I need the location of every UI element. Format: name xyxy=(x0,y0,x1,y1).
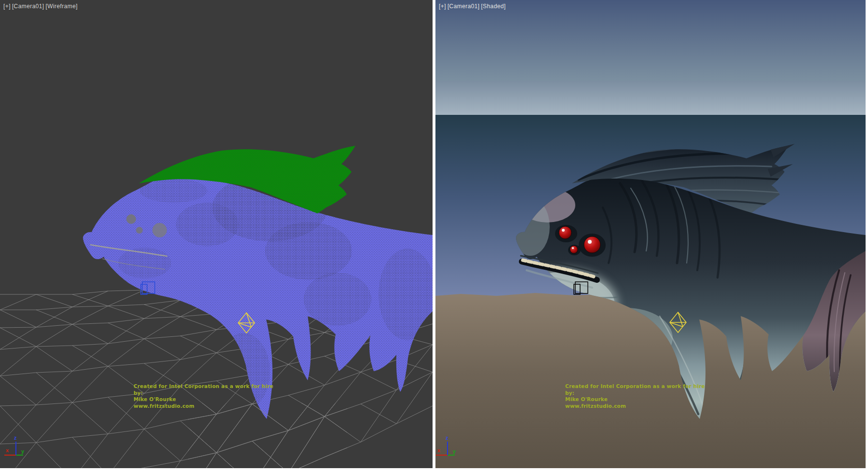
viewport-menu-shading[interactable]: [Shaded] xyxy=(481,3,506,10)
watermark-line1: Created for Intel Corporation as a work … xyxy=(134,383,278,396)
watermark-line2: Mike O'Rourke xyxy=(134,396,278,403)
viewport-menu-camera[interactable]: [Camera01] xyxy=(448,3,480,10)
viewport-menu-general[interactable]: [+] xyxy=(3,3,11,10)
watermark-line3: www.fritzstudio.com xyxy=(565,403,710,410)
watermark-line2: Mike O'Rourke xyxy=(565,396,710,403)
watermark-line1: Created for Intel Corporation as a work … xyxy=(565,383,710,396)
viewport-menu-camera[interactable]: [Camera01] xyxy=(12,3,44,10)
viewport-label-wireframe: [+][Camera01][Wireframe] xyxy=(3,3,79,10)
screenshot-root: x y z xyxy=(0,0,868,472)
watermark-text-wireframe: Created for Intel Corporation as a work … xyxy=(134,383,278,409)
watermark-text-shaded: Created for Intel Corporation as a work … xyxy=(565,383,710,409)
viewport-menu-shading[interactable]: [Wireframe] xyxy=(46,3,78,10)
viewport-label-shaded: [+][Camera01][Shaded] xyxy=(439,3,507,10)
viewport-menu-general[interactable]: [+] xyxy=(439,3,446,10)
watermark-line3: www.fritzstudio.com xyxy=(134,403,278,410)
